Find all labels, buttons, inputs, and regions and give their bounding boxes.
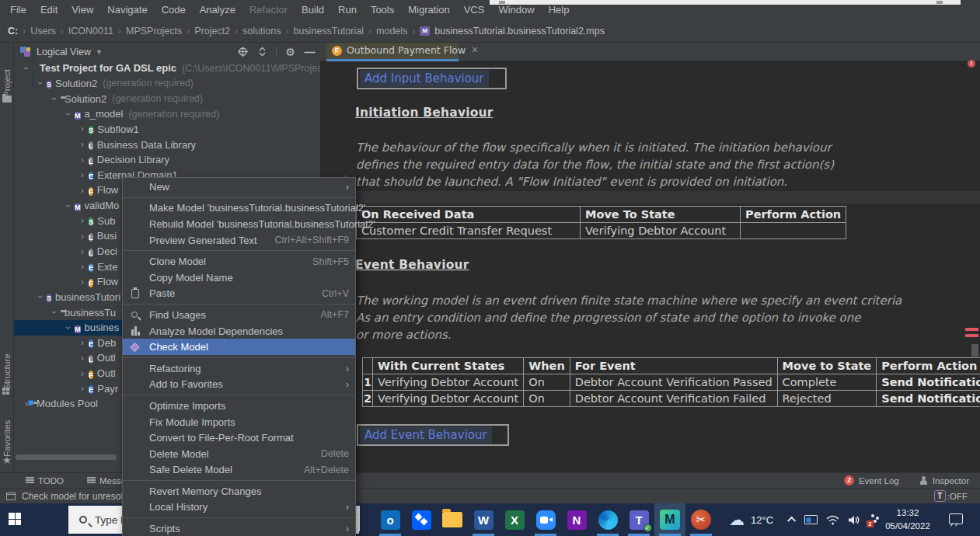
breadcrumb-item-c[interactable]: C: (6, 26, 19, 37)
clock[interactable]: 13:32 05/04/2022 (875, 506, 940, 532)
tree-collapsed-chevron-icon[interactable]: › (78, 337, 87, 348)
view-selector[interactable]: Logical View (37, 47, 91, 57)
breadcrumb-item-businesstutorial[interactable]: businessTutorial (291, 26, 365, 37)
tab-outbound-payment-flow[interactable]: F Outbound Payment Flow ✕ (326, 43, 459, 61)
taskbar-app-word[interactable]: W (468, 503, 499, 536)
tree-collapsed-chevron-icon[interactable]: › (78, 246, 87, 257)
menu-item-add-to-favorites[interactable]: Add to Favorites› (123, 377, 355, 393)
taskbar-app-teams[interactable]: T✓ (623, 503, 654, 536)
tree-item-a-model[interactable]: ›Ma_model(generation required) (14, 106, 320, 122)
collapse-all-icon[interactable] (256, 46, 268, 57)
tree-item-decision-library[interactable]: ›LDecision Library (14, 152, 320, 168)
panel-settings-icon[interactable]: ⚙ (284, 46, 296, 57)
add-input-behaviour-button[interactable]: Add Input Behaviour (357, 68, 507, 89)
menubar-item-vcs[interactable]: VCS (457, 2, 492, 18)
menubar-item-code[interactable]: Code (155, 2, 193, 18)
tree-collapsed-chevron-icon[interactable]: › (78, 139, 87, 150)
menu-item-paste[interactable]: PasteCtrl+V (123, 286, 355, 302)
breadcrumb-file[interactable]: businessTutorial.businessTutorial2.mps (433, 26, 606, 37)
table-header-cell[interactable]: For Event (570, 358, 777, 374)
action-center-icon[interactable] (949, 513, 963, 524)
menubar-item-build[interactable]: Build (295, 2, 331, 18)
menubar-item-migration[interactable]: Migration (401, 2, 456, 18)
tree-item-subflow1[interactable]: ›SSubflow1 (14, 122, 320, 137)
table-cell[interactable]: Debtor Account Verification Passed (570, 374, 777, 391)
stripe-structure-tab[interactable]: Structure (2, 339, 12, 390)
table-cell[interactable]: Complete (777, 374, 877, 391)
menu-item-delete-model[interactable]: Delete ModelDelete (123, 446, 355, 462)
tree-expanded-chevron-icon[interactable]: › (63, 323, 74, 332)
breadcrumb-item-solutions[interactable]: solutions (241, 26, 282, 37)
tree-collapsed-chevron-icon[interactable]: › (78, 277, 87, 287)
breadcrumb-item-models[interactable]: models (375, 26, 409, 37)
add-event-behaviour-button[interactable]: Add Event Behaviour (357, 424, 509, 446)
tree-collapsed-chevron-icon[interactable]: › (78, 185, 87, 196)
table-header-cell[interactable] (363, 358, 373, 374)
breadcrumb-item-icon0011[interactable]: ICON0011 (67, 26, 115, 37)
tray-expand-icon[interactable] (787, 517, 796, 525)
breadcrumb-item-users[interactable]: Users (29, 26, 58, 37)
typing-assist-indicator[interactable]: T :OFF (934, 490, 968, 502)
status-window-icon[interactable] (6, 492, 16, 500)
editor-scrollbar-thumb[interactable] (971, 344, 978, 357)
tree-collapsed-chevron-icon[interactable]: › (78, 368, 87, 379)
tree-expanded-chevron-icon[interactable]: › (49, 94, 60, 103)
error-stripe-mark[interactable] (965, 334, 978, 337)
table-header-cell[interactable]: When (524, 358, 570, 374)
weather-widget[interactable]: ☁ 12°C (729, 503, 773, 536)
cast-icon[interactable] (804, 515, 818, 524)
tree-item-solution2[interactable]: ›SSolution2(generation required) (14, 76, 320, 92)
menu-item-fix-module-imports[interactable]: Fix Module Imports (123, 414, 355, 430)
table-header-cell[interactable]: Move to State (777, 358, 877, 374)
tree-collapsed-chevron-icon[interactable]: › (78, 231, 87, 242)
volume-icon[interactable] (848, 515, 860, 525)
menubar-item-navigate[interactable]: Navigate (100, 2, 154, 18)
tree-collapsed-chevron-icon[interactable]: › (78, 353, 87, 364)
menu-item-make-model-businesstutorial-businesstutorial2[interactable]: Make Model 'businessTutorial.businessTut… (123, 200, 355, 217)
menu-item-find-usages[interactable]: Find UsagesAlt+F7 (123, 307, 355, 323)
stripe-favorites-tab[interactable]: Favorites (2, 409, 12, 457)
table-cell[interactable]: Debtor Account Verification Failed (570, 391, 777, 407)
tree-collapsed-chevron-icon[interactable]: › (78, 124, 87, 134)
table-cell[interactable] (741, 223, 846, 239)
menu-item-rebuild-model-businesstutorial-businesstutorial2[interactable]: Rebuild Model 'businessTutorial.business… (123, 216, 355, 232)
menu-item-clone-model[interactable]: Clone ModelShift+F5 (123, 253, 355, 270)
taskbar-app-mps[interactable]: M (654, 503, 685, 536)
menubar-item-view[interactable]: View (65, 2, 100, 18)
breadcrumb-item-project2[interactable]: Project2 (193, 26, 232, 37)
table-header-cell[interactable]: On Received Data (357, 207, 581, 223)
menu-item-optimize-imports[interactable]: Optimize Imports (123, 398, 355, 414)
start-button[interactable] (9, 513, 22, 526)
error-indicator-icon[interactable]: ! (968, 60, 975, 68)
horizontal-scrollbar[interactable] (16, 454, 117, 460)
hide-panel-icon[interactable]: — (304, 46, 316, 57)
menubar-item-analyze[interactable]: Analyze (193, 2, 242, 18)
table-cell[interactable]: On (524, 374, 570, 391)
locate-icon[interactable] (237, 46, 249, 57)
menu-item-new[interactable]: New› (123, 179, 355, 195)
menu-item-analyze-model-dependencies[interactable]: Analyze Model Dependencies (123, 323, 355, 339)
taskbar-app-dropbox[interactable] (406, 503, 437, 536)
tree-item-business-data-library[interactable]: ›LBusiness Data Library (14, 137, 320, 152)
tree-expanded-chevron-icon[interactable]: › (63, 201, 74, 211)
tree-expanded-chevron-icon[interactable]: › (49, 308, 60, 317)
menu-item-check-model[interactable]: Check Model (123, 339, 355, 355)
tree-item-test-project-for-ga-dsl-epic[interactable]: ›Test Project for GA DSL epic(C:\Users\I… (14, 61, 320, 76)
table-cell[interactable]: 1 (363, 374, 373, 391)
menu-item-safe-delete-model[interactable]: Safe Delete ModelAlt+Delete (123, 462, 355, 479)
tree-expanded-chevron-icon[interactable]: › (35, 292, 46, 301)
tree-expanded-chevron-icon[interactable]: › (35, 78, 46, 88)
tree-expanded-chevron-icon[interactable]: › (63, 110, 74, 119)
table-cell[interactable]: Send Notification (877, 374, 980, 391)
menubar-item-tools[interactable]: Tools (364, 2, 401, 18)
taskbar-app-outlook[interactable]: o (375, 503, 406, 536)
breadcrumb-item-mpsprojects[interactable]: MPSProjects (124, 26, 183, 37)
tree-collapsed-chevron-icon[interactable]: › (78, 261, 87, 272)
taskbar-app-explorer[interactable] (437, 503, 468, 536)
tree-item-solution2[interactable]: ›Solution2(generation required) (14, 91, 320, 106)
taskbar-app-snip[interactable]: ✂ (685, 503, 717, 536)
menubar-item-refactor[interactable]: Refactor (242, 2, 295, 18)
menubar-item-file[interactable]: File (3, 2, 33, 18)
menubar-item-edit[interactable]: Edit (33, 2, 65, 18)
menu-item-refactoring[interactable]: Refactoring› (123, 360, 355, 377)
